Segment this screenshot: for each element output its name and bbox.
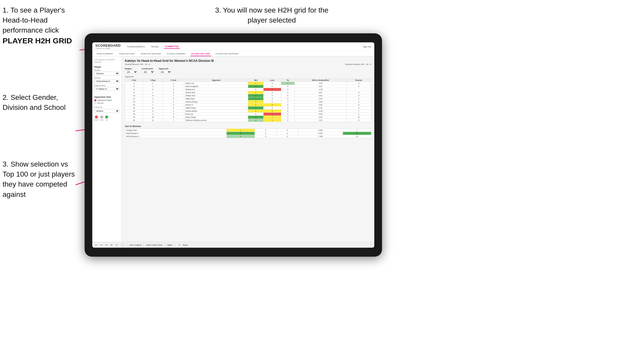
- division-label: Division: [94, 77, 119, 79]
- grid-title: Katelyn Vo Head-to-Head Grid for Women's…: [125, 59, 371, 63]
- share-label[interactable]: Share: [183, 244, 188, 246]
- opponent-view-title: Opponent view: [94, 96, 119, 98]
- radio-dot-top100: [94, 102, 96, 104]
- col-header-rounds: Rounds: [347, 79, 371, 82]
- legend-dot-down: [95, 115, 98, 119]
- table-row: 914 Sharon Mun 101 3.673: [125, 91, 371, 94]
- player-rank-select[interactable]: 8. Katelyn Vo: [94, 87, 119, 91]
- radio-dot-opponents: [94, 99, 96, 101]
- instruction-step3a: 3. You will now see H2H grid for the pla…: [210, 5, 333, 25]
- legend-up: Up: [105, 115, 108, 121]
- conference-filter-select[interactable]: (All): [142, 70, 155, 74]
- view-original-label[interactable]: View: Original: [129, 244, 141, 246]
- clock-icon: 🕐: [120, 243, 125, 247]
- table-row: 1585 Stella Cheng 100 1.254: [125, 106, 371, 109]
- share-icon[interactable]: ⇪: [177, 243, 181, 247]
- watch-label[interactable]: Watch: [167, 244, 173, 246]
- instruction-step2: 2. Select Gender, Division and School: [3, 92, 77, 112]
- legend: Down Level Up: [94, 115, 119, 121]
- division-select[interactable]: NCAA Division III: [94, 79, 119, 83]
- filter-group-opponent: Opponent (All): [159, 68, 172, 74]
- opponent-filter-select[interactable]: (All): [159, 70, 172, 74]
- colour-by-label: Colour by: [94, 106, 119, 108]
- refresh-btn[interactable]: ⟳: [110, 243, 113, 247]
- nav-team-h2h-heatmap[interactable]: TEAM H2H HEATMAP: [139, 52, 162, 56]
- undo-btn[interactable]: ↩: [94, 243, 98, 247]
- nav-player-summary[interactable]: PLAYER SUMMARY: [166, 52, 187, 56]
- col-header-win: Win: [248, 79, 264, 82]
- out-of-division-table: Foreign Team 1 0 0 4.500 2 NAIA Division…: [125, 129, 371, 138]
- back-btn[interactable]: ↩: [105, 243, 108, 247]
- nav-player-h2h-grid[interactable]: PLAYER H2H GRID: [190, 52, 211, 56]
- redo-btn[interactable]: ↪: [99, 243, 103, 247]
- nav-tournaments[interactable]: TOURNAMENTS: [126, 45, 146, 49]
- table-row: 1822 Euna Lee 020 -5.002: [125, 112, 371, 115]
- division-record: Division Record: 331 - 34 - 6: [345, 63, 371, 65]
- radio-top100[interactable]: Top 100: [94, 102, 119, 104]
- table-row: 1125 Heejo Hyun 100 3.333: [125, 97, 371, 100]
- nav-teams[interactable]: TEAMS: [150, 45, 160, 49]
- nav-player-h2h-heatmap[interactable]: PLAYER H2H HEATMAP: [215, 52, 240, 56]
- table-row: 522 Alexis Sudjianto 100 4.003: [125, 85, 371, 88]
- table-row: 19106 Emily Chang 410 0.3011: [125, 115, 371, 119]
- table-row: 311 Esther Lee 10 1 1.504: [125, 82, 371, 85]
- logo: SCOREBOARD Powered by clippd: [95, 44, 121, 50]
- tablet-screen: SCOREBOARD Powered by clippd TOURNAMENTS…: [92, 42, 374, 248]
- undo2-btn[interactable]: ↩: [115, 243, 118, 247]
- table-row: Foreign Team 1 0 0 4.500 2: [125, 129, 371, 132]
- filter-section: Region (All) Conference (All) Opponent: [125, 68, 371, 74]
- table-row: 1311 Jessica Huang 102 -3.002: [125, 100, 371, 103]
- legend-dot-up: [105, 115, 108, 119]
- table-row: 1063 Andrea York 200 4.004: [125, 94, 371, 97]
- overall-record: Overall Record: 353 - 34 - 6: [125, 63, 150, 65]
- instruction-step3b: 3. Show selection vs Top 100 or just pla…: [3, 159, 79, 199]
- nav-team-h2h-grid[interactable]: TEAM H2H GRID: [118, 52, 136, 56]
- table-row: 1474 Eunice Yi 220 0.389: [125, 103, 371, 106]
- col-header-reg: # Reg: [143, 79, 163, 82]
- nav-bar: SCOREBOARD Powered by clippd TOURNAMENTS…: [92, 42, 374, 56]
- table-row: 1631 Jessica Mason 120 -0.947: [125, 109, 371, 112]
- legend-dot-level: [100, 115, 103, 119]
- record-row: Overall Record: 353 - 34 - 6 Division Re…: [125, 63, 371, 65]
- main-data-table: # Div # Reg # Conf Opponent Win Loss Tie…: [125, 79, 371, 122]
- tablet-device: SCOREBOARD Powered by clippd TOURNAMENTS…: [85, 33, 382, 257]
- col-header-diff: Diff Av Strokes/Rnd: [295, 79, 347, 82]
- filter-group-conference: Conference (All): [142, 68, 155, 74]
- col-header-conf: # Conf: [163, 79, 184, 82]
- filter-group-region: Region (All): [125, 68, 138, 74]
- nav-committee[interactable]: COMMITTEE: [164, 45, 180, 49]
- opponent-filter-label: Opponent: [159, 68, 172, 70]
- table-row: NAIA Division 1 15 0 0 9.267 30: [125, 132, 371, 135]
- player-rank-label: Player (Rank): [94, 85, 119, 86]
- table-row: NCAA Division 2 5 0 0 7.400 10: [125, 135, 371, 138]
- save-custom-label[interactable]: Save Custom View: [146, 244, 162, 246]
- timestamp: Last Updated: 27/03/2024 16:55:38: [94, 59, 119, 64]
- out-of-division-title: Out of division: [125, 125, 371, 128]
- col-header-loss: Loss: [263, 79, 281, 82]
- col-header-opponent: Opponent: [184, 79, 248, 82]
- player-section-title: Player: [94, 66, 119, 68]
- gender-select[interactable]: Women's: [94, 72, 119, 75]
- right-content: Katelyn Vo Head-to-Head Grid for Women's…: [122, 56, 374, 242]
- table-row: 633 Sydney Kuo 010 -1.00: [125, 88, 371, 91]
- nav-team-summary[interactable]: TEAM SUMMARY: [95, 52, 114, 56]
- table-row: 20117 Federica Domecq Lacroze 210 1.336: [125, 119, 371, 122]
- legend-level: Level: [100, 115, 103, 121]
- toolbar: ↩ ↪ ↩ ⟳ ↩ 🕐 View: Original Save Custom V…: [92, 242, 374, 248]
- col-header-div: # Div: [125, 79, 143, 82]
- opponents-label: Opponents:: [125, 76, 371, 78]
- gender-label: Gender: [94, 69, 119, 71]
- radio-opponents-played[interactable]: Opponents Played: [94, 99, 119, 101]
- instruction-step1: 1. To see a Player's Head-to-Head perfor…: [3, 5, 82, 46]
- opponent-view-radios: Opponents Played Top 100: [94, 99, 119, 104]
- left-panel: Last Updated: 27/03/2024 16:55:38 Player…: [92, 56, 122, 242]
- region-filter-label: Region: [125, 68, 138, 70]
- col-header-tie: Tie: [281, 79, 295, 82]
- colour-by-select[interactable]: Win/loss: [94, 109, 119, 113]
- sign-out-link[interactable]: Sign out: [363, 45, 371, 48]
- legend-down: Down: [94, 115, 98, 121]
- region-filter-select[interactable]: (All): [125, 70, 138, 74]
- conference-filter-label: Conference: [142, 68, 155, 70]
